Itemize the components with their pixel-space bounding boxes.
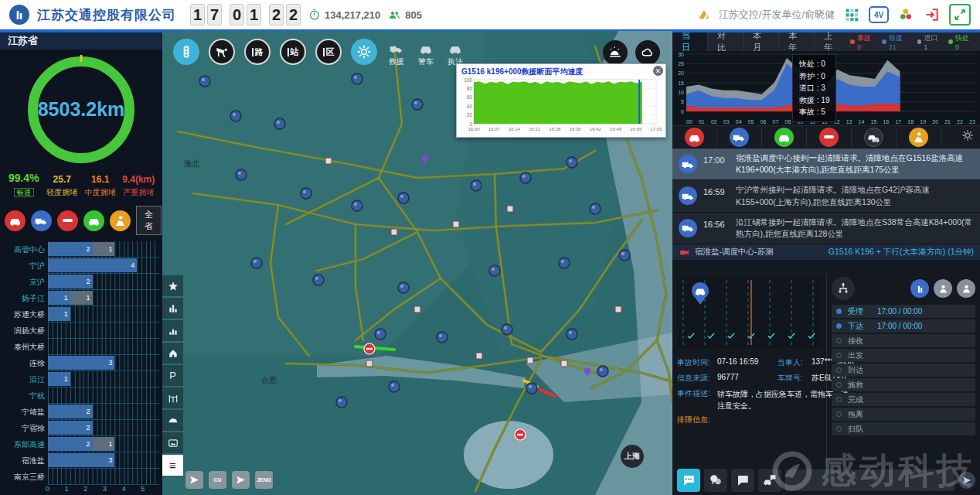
favorites-icon[interactable] <box>162 275 183 296</box>
milepost-icon[interactable] <box>476 353 482 359</box>
bar-track[interactable]: 21 <box>48 436 159 452</box>
event-list-item[interactable]: 17:00宿淮盐调度中心接到一起清障请求。清障地点在G1516盐洛高速K196+… <box>672 148 980 180</box>
traffic-light-layer-icon[interactable] <box>173 39 199 65</box>
event-list-item[interactable]: 16:56沿江锡常接到一起清障请求。清障地点在S38常合高速K84+000(常熟… <box>672 213 980 244</box>
jeno-icon[interactable]: JENO <box>255 471 273 489</box>
milepost-icon[interactable] <box>453 221 459 227</box>
chat-dots-icon[interactable] <box>677 469 700 492</box>
rescue-type-icon[interactable] <box>730 128 749 147</box>
process-step[interactable]: 受理17:00 / 00:00 <box>832 305 975 318</box>
road-marker-icon[interactable] <box>526 383 537 394</box>
user-breadcrumb[interactable]: 江苏交控/开发单位/俞晓健 <box>719 8 835 22</box>
milepost-icon[interactable] <box>527 357 533 364</box>
process-step[interactable]: 下达17:00 / 00:00 <box>832 319 975 333</box>
road-marker-icon[interactable] <box>230 111 241 121</box>
road-marker-icon[interactable] <box>199 76 210 87</box>
road-marker-icon[interactable] <box>398 282 409 293</box>
image-icon[interactable] <box>162 432 183 453</box>
bar-track[interactable]: 21 <box>48 241 159 258</box>
bar-track[interactable] <box>48 323 159 339</box>
milepost-icon[interactable] <box>615 306 621 312</box>
city-label-hefei[interactable]: 合肥 <box>260 376 277 384</box>
settings-layer-icon[interactable] <box>351 39 377 65</box>
bar-track[interactable]: 3 <box>48 452 159 469</box>
closure-marker-icon[interactable] <box>515 429 526 440</box>
milepost-icon[interactable] <box>414 306 420 312</box>
closure-marker-icon[interactable] <box>364 343 375 354</box>
color-dots-icon[interactable] <box>897 5 915 24</box>
road-arrow-icon[interactable] <box>232 471 250 489</box>
navigate-icon[interactable] <box>185 471 203 489</box>
station-sign-layer-icon[interactable]: 站 <box>280 39 306 65</box>
road-marker-icon[interactable] <box>619 250 630 261</box>
road-marker-icon[interactable] <box>590 203 601 214</box>
rescue-vehicle-legend[interactable]: 救援 <box>386 42 407 67</box>
cloud-icon[interactable] <box>635 40 660 65</box>
bar-track[interactable]: 2 <box>48 404 159 420</box>
road-marker-icon[interactable] <box>412 99 423 110</box>
road-marker-icon[interactable] <box>274 118 285 129</box>
city-label-huaibei[interactable]: 淮北 <box>183 159 200 168</box>
road-marker-icon[interactable] <box>336 397 347 408</box>
message-bubble-icon[interactable] <box>731 469 754 492</box>
settings-gear-icon[interactable] <box>961 129 974 145</box>
road-location-link[interactable]: G1516 K196 + 下行(大丰港方向) (1分钟) <box>829 247 974 258</box>
quick-clear-filter-icon[interactable] <box>83 210 104 231</box>
send-icon[interactable] <box>958 472 975 489</box>
rescue-filter-icon[interactable] <box>31 210 52 231</box>
process-step[interactable]: 完成 <box>832 393 975 406</box>
bar-track[interactable]: 3 <box>48 355 159 371</box>
stats-chart-icon[interactable] <box>162 298 183 319</box>
process-step[interactable]: 出发 <box>832 349 975 362</box>
tab-1[interactable]: 对比 <box>708 32 744 51</box>
dome-icon[interactable] <box>162 410 183 431</box>
milepost-icon[interactable] <box>366 360 373 367</box>
milepost-icon[interactable] <box>507 206 513 212</box>
road-marker-icon[interactable] <box>567 157 577 168</box>
construction-type-icon[interactable] <box>909 128 928 147</box>
map-area[interactable]: 淮北合肥上海 路 站 区 救援 警车 执法 <box>162 31 672 495</box>
process-step[interactable]: 接收 <box>832 334 975 347</box>
congestion-type-icon[interactable] <box>864 128 883 147</box>
road-marker-icon[interactable] <box>352 200 362 211</box>
4v-badge[interactable]: 4V <box>869 6 889 23</box>
tab-2[interactable]: 本月 <box>744 32 779 51</box>
cu-pin-icon[interactable]: CU <box>209 471 226 489</box>
cctv-layer-icon[interactable] <box>209 39 235 65</box>
milepost-icon[interactable] <box>325 158 332 164</box>
road-marker-icon[interactable] <box>597 366 608 377</box>
accident-type-icon[interactable] <box>685 128 704 147</box>
road-marker-icon[interactable] <box>471 180 481 191</box>
road-marker-icon[interactable] <box>389 381 400 392</box>
area-sign-layer-icon[interactable]: 区 <box>315 39 342 65</box>
closure-type-icon[interactable] <box>819 128 839 147</box>
police-vehicle-legend[interactable]: 警车 <box>416 42 436 67</box>
fullscreen-button[interactable] <box>949 4 971 26</box>
apps-grid-icon[interactable] <box>842 5 861 24</box>
road-marker-icon[interactable] <box>301 188 311 199</box>
road-sign-layer-icon[interactable]: 路 <box>244 39 271 65</box>
weather-icon[interactable] <box>603 40 628 65</box>
car-message-icon[interactable] <box>758 469 781 492</box>
road-marker-icon[interactable] <box>236 169 247 180</box>
camera-icon[interactable] <box>679 248 690 258</box>
process-step[interactable]: 归队 <box>832 422 975 435</box>
milepost-icon[interactable] <box>391 229 397 235</box>
accident-filter-icon[interactable] <box>5 210 26 231</box>
road-marker-icon[interactable] <box>567 329 577 340</box>
bar-track[interactable]: 1 <box>48 306 159 323</box>
wechat-icon[interactable] <box>704 469 727 492</box>
bar-track[interactable] <box>48 469 159 485</box>
bar-track[interactable]: 4 <box>48 258 159 274</box>
person-badge-icon-2[interactable] <box>957 279 975 298</box>
road-marker-icon[interactable] <box>489 265 500 276</box>
toll-gantry-icon[interactable] <box>162 387 183 408</box>
road-marker-icon[interactable] <box>559 258 570 268</box>
all-province-button[interactable]: 全省 <box>136 206 162 235</box>
quick-clear-type-icon[interactable] <box>774 128 794 147</box>
city-label-shanghai[interactable]: 上海 <box>621 445 644 468</box>
tab-0[interactable]: 当日 <box>672 32 708 51</box>
close-icon[interactable]: ✕ <box>653 66 663 76</box>
unit-badge-icon[interactable] <box>910 279 929 298</box>
road-marker-icon[interactable] <box>437 332 447 343</box>
